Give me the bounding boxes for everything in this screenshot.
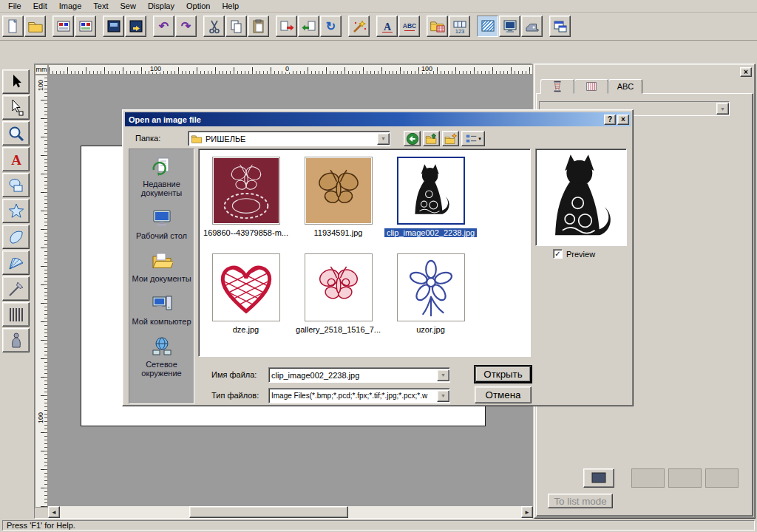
curve-tool-button[interactable]	[2, 225, 30, 249]
wizard-button[interactable]	[348, 16, 370, 37]
folder-combobox[interactable]: РИШЕЛЬЕ ▼	[188, 131, 390, 146]
horizontal-scrollbar[interactable]: ◄ ►	[48, 506, 533, 518]
filetype-dropdown-arrow[interactable]: ▼	[437, 390, 449, 402]
menu-help[interactable]: Help	[216, 0, 245, 12]
write-card-button[interactable]	[75, 16, 96, 37]
scrollbar-thumb[interactable]	[189, 506, 348, 518]
dialog-titlebar[interactable]: Open an image file ? ×	[125, 112, 631, 126]
magnifier-icon	[7, 124, 26, 143]
dialog-nav-buttons: ▾	[404, 131, 485, 146]
file-item[interactable]: 11934591.jpg	[302, 157, 375, 237]
tab-text[interactable]: ABC	[608, 79, 642, 94]
menu-text[interactable]: Text	[87, 0, 114, 12]
place-network[interactable]: Сетевое окружение	[131, 335, 193, 378]
display-screen-button[interactable]	[499, 16, 520, 37]
shape-tool-button[interactable]	[2, 173, 30, 197]
filetype-combobox[interactable]: Image Files(*.bmp;*.pcd;*.fpx;*.tif;*.jp…	[268, 388, 450, 403]
dialog-close-button[interactable]: ×	[617, 115, 629, 125]
scroll-right-icon: ►	[524, 509, 530, 516]
display-stitches-button[interactable]	[477, 16, 498, 37]
panel-image-button[interactable]	[583, 468, 614, 488]
close-icon: ×	[621, 115, 625, 123]
export-design-button[interactable]	[125, 16, 146, 37]
dialog-help-button[interactable]: ?	[604, 115, 616, 125]
close-icon: ×	[744, 69, 748, 76]
export-image-button[interactable]	[298, 16, 319, 37]
panel-placeholder-button[interactable]	[631, 468, 665, 488]
open-button[interactable]: Открыть	[475, 366, 532, 383]
menu-image[interactable]: Image	[53, 0, 88, 12]
cut-button[interactable]	[203, 16, 225, 37]
dropdown-arrow-icon[interactable]: ▼	[716, 103, 729, 115]
panel-placeholder-button[interactable]	[668, 468, 702, 488]
scroll-left-button[interactable]: ◄	[48, 506, 60, 518]
scroll-right-button[interactable]: ►	[521, 506, 533, 518]
new-folder-button[interactable]	[442, 131, 459, 146]
file-list[interactable]: 169860--43979858-m... 11934591.jpg clip_…	[198, 149, 531, 357]
redo-button[interactable]: ↷	[175, 16, 197, 37]
file-row: dze.jpg gallery_2518_1516_7... uzor.jpg	[209, 253, 530, 334]
knife-tool-button[interactable]	[2, 276, 30, 301]
star-tool-button[interactable]	[2, 199, 30, 223]
menu-option[interactable]: Option	[180, 0, 216, 12]
zoom-tool-button[interactable]	[2, 121, 30, 146]
to-list-mode-button[interactable]: To list mode	[548, 494, 613, 508]
blob-shape-icon	[7, 228, 26, 247]
paste-button[interactable]	[248, 16, 269, 37]
up-folder-button[interactable]	[423, 131, 440, 146]
save-design-button[interactable]	[103, 16, 124, 37]
file-item[interactable]: uzor.jpg	[394, 253, 467, 334]
place-my-documents[interactable]: Мои документы	[131, 250, 193, 283]
tab-fabric[interactable]	[574, 79, 608, 94]
view-menu-button[interactable]: ▾	[461, 131, 485, 146]
side-panel-header: ×	[537, 66, 753, 78]
cancel-button[interactable]: Отмена	[475, 386, 532, 403]
design-library-button[interactable]	[427, 16, 448, 37]
file-item[interactable]: 169860--43979858-m...	[209, 157, 282, 237]
back-button[interactable]	[404, 131, 421, 146]
stitch-count-button[interactable]: 123	[449, 16, 470, 37]
panel-close-button[interactable]: ×	[740, 67, 752, 77]
refresh-button[interactable]: ↻	[320, 16, 342, 37]
copy-button[interactable]	[225, 16, 247, 37]
place-recent-documents[interactable]: Недавние документы	[131, 155, 193, 197]
filename-dropdown-arrow[interactable]: ▼	[437, 369, 449, 381]
menu-edit[interactable]: Edit	[27, 0, 53, 12]
sew-simulator-button[interactable]	[521, 16, 543, 37]
hatch-tool-button[interactable]	[2, 302, 30, 327]
fan-tool-button[interactable]	[2, 250, 30, 275]
read-card-button[interactable]	[52, 16, 74, 37]
menu-sew[interactable]: Sew	[114, 0, 141, 12]
file-item-selected[interactable]: clip_image002_2238.jpg	[394, 157, 467, 237]
panel-placeholder-button[interactable]	[705, 468, 739, 488]
lettering-button[interactable]: A	[376, 16, 398, 37]
open-file-button[interactable]	[24, 16, 46, 37]
menu-bar: File Edit Image Text Sew Display Option …	[0, 0, 757, 13]
file-item[interactable]: dze.jpg	[209, 253, 282, 334]
new-file-button[interactable]	[2, 16, 24, 37]
ruler-mark: 100	[149, 65, 162, 72]
folder-dropdown-arrow[interactable]: ▼	[377, 133, 390, 145]
red-butterfly-thumbnail	[306, 255, 371, 320]
scrollbar-track[interactable]	[60, 506, 521, 518]
preview-checkbox[interactable]: ✓ Preview	[553, 249, 595, 259]
menu-display[interactable]: Display	[142, 0, 180, 12]
checkbox-box[interactable]: ✓	[553, 249, 563, 259]
undo-button[interactable]: ↶	[153, 16, 174, 37]
menu-file[interactable]: File	[2, 0, 27, 12]
tab-thread[interactable]	[540, 79, 574, 94]
select-tool-button[interactable]	[2, 69, 30, 94]
file-item[interactable]: gallery_2518_1516_7...	[302, 253, 375, 334]
places-bar: Недавние документы Рабочий стол Мои доку…	[129, 149, 194, 404]
window-mode-button[interactable]	[549, 16, 571, 37]
my-computer-icon	[151, 293, 173, 315]
monogram-button[interactable]: ABC	[398, 16, 420, 37]
filename-combobox[interactable]: clip_image002_2238.jpg ▼	[268, 367, 450, 383]
import-image-button[interactable]	[276, 16, 297, 37]
node-edit-tool-button[interactable]	[2, 95, 30, 120]
place-my-computer[interactable]: Мой компьютер	[131, 293, 193, 326]
place-desktop[interactable]: Рабочий стол	[131, 207, 193, 240]
text-tool-button[interactable]: A	[2, 147, 30, 171]
horizontal-ruler: 100 0 100	[48, 64, 533, 75]
figure-tool-button[interactable]	[2, 328, 30, 352]
